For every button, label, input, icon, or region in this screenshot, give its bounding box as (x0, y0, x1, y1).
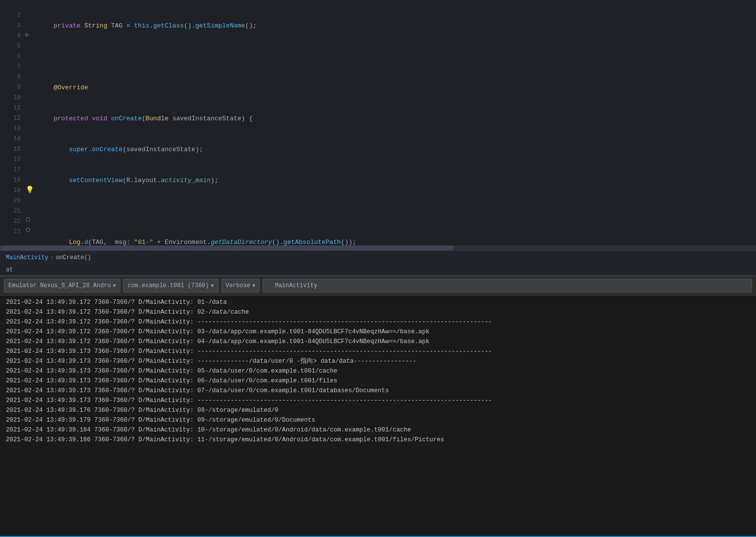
list-item: 2021-02-24 13:49:39.172 7360-7360/? D/Ma… (0, 317, 756, 327)
gutter-icons: ▷ 💡 ⬡ ⬡ (25, 0, 34, 250)
package-dropdown-arrow: ▼ (211, 283, 214, 289)
logcat-panel: Emulator Nexus_S_API_28 Andro ▼ com.exam… (0, 276, 756, 536)
code-editor: 2 3 4 5 6 7 8 9 10 11 12 13 14 15 16 17 … (0, 0, 756, 250)
device-dropdown-arrow: ▼ (113, 283, 116, 289)
device-label: Emulator Nexus_S_API_28 Andro (8, 282, 111, 289)
line-numbers: 2 3 4 5 6 7 8 9 10 11 12 13 14 15 16 17 … (0, 0, 25, 250)
list-item: 2021-02-24 13:49:39.179 7360-7360/? D/Ma… (0, 415, 756, 425)
breadcrumb-bar: MainActivity › onCreate() (0, 250, 756, 264)
logcat-toolbar: Emulator Nexus_S_API_28 Andro ▼ com.exam… (0, 276, 756, 295)
lightbulb-icon[interactable]: 💡 (26, 186, 34, 194)
list-item: 2021-02-24 13:49:39.186 7360-7360/? D/Ma… (0, 435, 756, 445)
breadcrumb-separator: › (50, 254, 54, 261)
level-label: Verbose (226, 282, 250, 289)
mini-status-bar: at (0, 264, 756, 276)
package-selector[interactable]: com.example.t001 (7360) ▼ (123, 279, 218, 293)
logcat-output[interactable]: 2021-02-24 13:49:39.172 7360-7360/? D/Ma… (0, 295, 756, 536)
list-item: 2021-02-24 13:49:39.172 7360-7360/? D/Ma… (0, 297, 756, 307)
logcat-search-input[interactable] (263, 279, 752, 293)
list-item: 2021-02-24 13:49:39.173 7360-7360/? D/Ma… (0, 376, 756, 386)
package-label: com.example.t001 (7360) (128, 282, 209, 289)
list-item: 2021-02-24 13:49:39.173 7360-7360/? D/Ma… (0, 386, 756, 396)
list-item: 2021-02-24 13:49:39.176 7360-7360/? D/Ma… (0, 405, 756, 415)
device-selector[interactable]: Emulator Nexus_S_API_28 Andro ▼ (4, 279, 120, 293)
list-item: 2021-02-24 13:49:39.172 7360-7360/? D/Ma… (0, 327, 756, 337)
list-item: 2021-02-24 13:49:39.173 7360-7360/? D/Ma… (0, 356, 756, 366)
search-wrapper: 🔍 (263, 279, 752, 293)
breadcrumb-class[interactable]: MainActivity (6, 254, 48, 261)
level-dropdown-arrow: ▼ (252, 283, 255, 289)
breadcrumb-method[interactable]: onCreate() (56, 254, 91, 261)
level-selector[interactable]: Verbose ▼ (221, 279, 260, 293)
status-text: at (6, 267, 13, 273)
list-item: 2021-02-24 13:49:39.173 7360-7360/? D/Ma… (0, 366, 756, 376)
list-item: 2021-02-24 13:49:39.173 7360-7360/? D/Ma… (0, 396, 756, 405)
list-item: 2021-02-24 13:49:39.173 7360-7360/? D/Ma… (0, 347, 756, 356)
list-item: 2021-02-24 13:49:39.184 7360-7360/? D/Ma… (0, 425, 756, 435)
code-content: private String TAG = this.getClass().get… (34, 0, 756, 250)
list-item: 2021-02-24 13:49:39.172 7360-7360/? D/Ma… (0, 307, 756, 317)
list-item: 2021-02-24 13:49:39.172 7360-7360/? D/Ma… (0, 337, 756, 347)
